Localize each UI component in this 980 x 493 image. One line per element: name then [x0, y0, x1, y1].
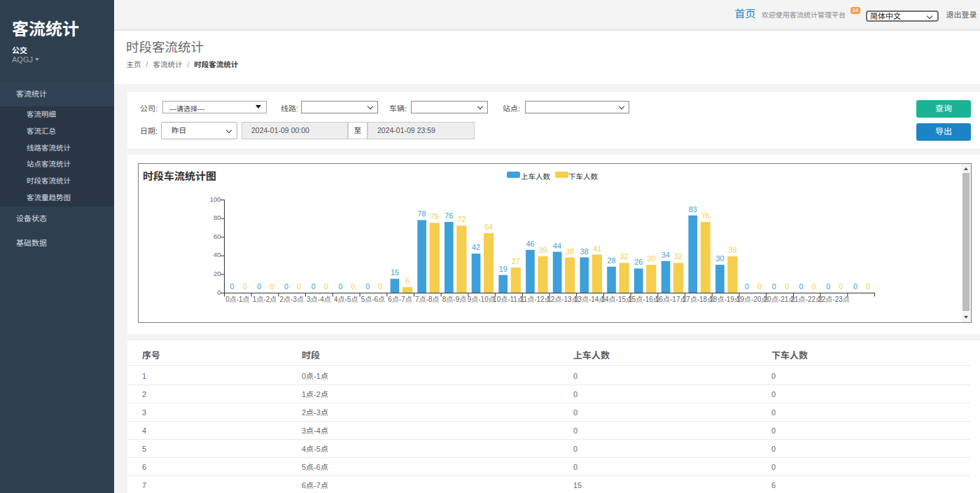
svg-text:39: 39: [728, 246, 736, 254]
svg-text:0: 0: [365, 282, 370, 291]
svg-text:40: 40: [214, 251, 221, 258]
svg-text:9点-10点: 9点-10点: [468, 296, 496, 303]
svg-text:0: 0: [257, 282, 261, 291]
svg-text:76: 76: [444, 211, 453, 220]
svg-text:1点-2点: 1点-2点: [253, 296, 276, 303]
svg-text:28: 28: [607, 256, 615, 265]
svg-text:7点-8点: 7点-8点: [415, 296, 439, 303]
svg-text:64: 64: [484, 223, 493, 231]
svg-text:38: 38: [580, 247, 589, 256]
svg-text:27: 27: [512, 257, 520, 265]
svg-text:0: 0: [866, 282, 870, 291]
svg-text:0: 0: [284, 282, 288, 291]
svg-text:0: 0: [324, 282, 328, 291]
svg-text:0: 0: [270, 282, 274, 291]
svg-text:19: 19: [499, 265, 507, 273]
svg-text:0: 0: [772, 282, 776, 291]
svg-text:75: 75: [430, 212, 439, 221]
svg-text:0: 0: [312, 282, 316, 291]
svg-text:0: 0: [839, 282, 843, 291]
svg-text:0: 0: [338, 282, 342, 291]
svg-text:30: 30: [647, 254, 655, 263]
svg-text:60: 60: [214, 232, 221, 240]
svg-text:100: 100: [210, 195, 221, 203]
svg-text:0: 0: [826, 282, 830, 291]
svg-text:4点-5点: 4点-5点: [334, 296, 358, 303]
svg-text:0: 0: [812, 282, 816, 291]
svg-text:0: 0: [745, 282, 749, 291]
svg-text:6点-7点: 6点-7点: [388, 296, 412, 303]
svg-text:32: 32: [620, 252, 629, 261]
svg-text:78: 78: [418, 209, 426, 218]
svg-text:44: 44: [553, 242, 561, 250]
svg-text:8点-9点: 8点-9点: [442, 296, 466, 303]
svg-text:80: 80: [214, 214, 221, 221]
svg-text:20: 20: [214, 270, 221, 277]
svg-text:39: 39: [538, 246, 547, 254]
svg-text:3点-4点: 3点-4点: [307, 296, 330, 303]
svg-text:26: 26: [634, 258, 643, 266]
svg-text:0: 0: [243, 282, 247, 291]
svg-text:41: 41: [593, 244, 601, 253]
svg-text:0: 0: [230, 282, 234, 291]
svg-text:34: 34: [662, 251, 670, 259]
svg-text:76: 76: [701, 211, 710, 220]
svg-text:22点-23点: 22点-23点: [818, 296, 850, 303]
svg-text:2点-3点: 2点-3点: [280, 296, 304, 303]
svg-text:38: 38: [566, 247, 574, 256]
svg-text:0: 0: [853, 282, 858, 291]
svg-text:0: 0: [297, 282, 301, 291]
svg-text:0: 0: [351, 282, 355, 291]
svg-text:42: 42: [472, 243, 480, 251]
svg-text:0: 0: [217, 289, 220, 296]
svg-text:0: 0: [799, 282, 803, 291]
svg-text:0: 0: [757, 282, 762, 291]
svg-text:5点-6点: 5点-6点: [361, 296, 385, 303]
svg-text:15: 15: [391, 268, 399, 277]
svg-text:32: 32: [674, 252, 682, 261]
svg-text:0: 0: [785, 282, 789, 291]
svg-text:6: 6: [405, 277, 410, 285]
svg-text:72: 72: [457, 215, 465, 223]
svg-text:0: 0: [378, 282, 382, 291]
svg-text:46: 46: [526, 239, 534, 248]
svg-text:83: 83: [689, 205, 697, 214]
svg-text:30: 30: [715, 254, 724, 263]
svg-text:0点-1点: 0点-1点: [225, 296, 249, 303]
